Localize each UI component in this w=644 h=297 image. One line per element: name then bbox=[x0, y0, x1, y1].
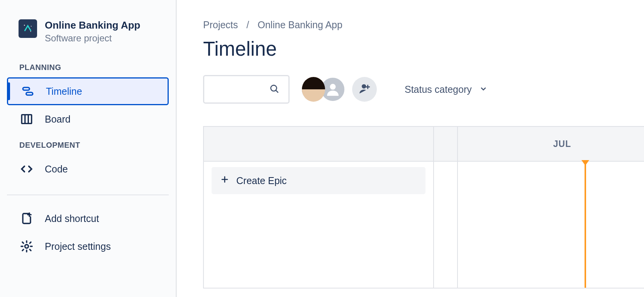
project-logo-icon bbox=[19, 19, 37, 38]
svg-rect-6 bbox=[22, 115, 32, 124]
add-shortcut-icon bbox=[19, 211, 34, 226]
sidebar: Online Banking App Software project PLAN… bbox=[0, 0, 177, 297]
avatar-group bbox=[301, 77, 377, 102]
svg-rect-4 bbox=[23, 87, 29, 90]
sidebar-item-label: Timeline bbox=[46, 86, 82, 97]
sidebar-item-label: Project settings bbox=[45, 241, 111, 252]
project-name: Online Banking App bbox=[45, 19, 140, 31]
breadcrumb-root[interactable]: Projects bbox=[203, 19, 238, 31]
timeline-gap-column bbox=[434, 127, 458, 288]
svg-point-3 bbox=[31, 31, 31, 32]
today-marker bbox=[585, 161, 586, 288]
svg-point-15 bbox=[362, 84, 366, 89]
sidebar-divider bbox=[7, 195, 169, 195]
timeline-icon bbox=[20, 84, 35, 99]
epic-column-header bbox=[204, 127, 433, 162]
avatar[interactable] bbox=[301, 77, 326, 102]
timeline-grid: Create Epic JUL bbox=[203, 126, 644, 288]
project-subtitle: Software project bbox=[45, 33, 140, 44]
plus-icon bbox=[220, 175, 229, 186]
epic-column: Create Epic bbox=[204, 127, 434, 288]
svg-point-1 bbox=[24, 25, 25, 26]
add-person-icon bbox=[358, 82, 371, 97]
search-input[interactable] bbox=[203, 75, 290, 104]
sidebar-item-label: Board bbox=[45, 114, 71, 125]
svg-point-14 bbox=[330, 84, 336, 90]
timeline-month-column[interactable]: JUL bbox=[458, 127, 644, 288]
page-title: Timeline bbox=[203, 38, 644, 60]
chevron-down-icon bbox=[480, 84, 487, 95]
sidebar-item-code[interactable]: Code bbox=[7, 155, 169, 183]
svg-point-11 bbox=[25, 245, 28, 248]
month-label: JUL bbox=[458, 127, 644, 162]
toolbar: Status category bbox=[203, 75, 644, 104]
status-category-dropdown[interactable]: Status category bbox=[405, 84, 487, 95]
board-icon bbox=[19, 112, 34, 126]
breadcrumb-current[interactable]: Online Banking App bbox=[258, 19, 342, 31]
project-header[interactable]: Online Banking App Software project bbox=[7, 15, 169, 55]
status-category-label: Status category bbox=[405, 84, 472, 95]
svg-point-2 bbox=[31, 26, 32, 27]
sidebar-item-label: Code bbox=[45, 164, 68, 175]
sidebar-item-board[interactable]: Board bbox=[7, 105, 169, 133]
sidebar-item-timeline[interactable]: Timeline bbox=[7, 77, 169, 105]
create-epic-label: Create Epic bbox=[236, 175, 287, 186]
main-content: Projects / Online Banking App Timeline bbox=[177, 0, 644, 297]
sidebar-item-label: Add shortcut bbox=[45, 213, 99, 224]
search-icon bbox=[269, 84, 279, 95]
create-epic-button[interactable]: Create Epic bbox=[212, 167, 425, 194]
gear-icon bbox=[19, 239, 34, 254]
section-label-planning: PLANNING bbox=[7, 55, 169, 77]
sidebar-item-project-settings[interactable]: Project settings bbox=[7, 232, 169, 260]
breadcrumb-separator: / bbox=[246, 19, 249, 31]
breadcrumb: Projects / Online Banking App bbox=[203, 19, 644, 31]
add-people-button[interactable] bbox=[352, 77, 377, 102]
sidebar-item-add-shortcut[interactable]: Add shortcut bbox=[7, 205, 169, 232]
code-icon bbox=[19, 162, 34, 176]
svg-line-13 bbox=[276, 90, 278, 92]
section-label-development: DEVELOPMENT bbox=[7, 133, 169, 155]
svg-rect-5 bbox=[26, 92, 33, 95]
